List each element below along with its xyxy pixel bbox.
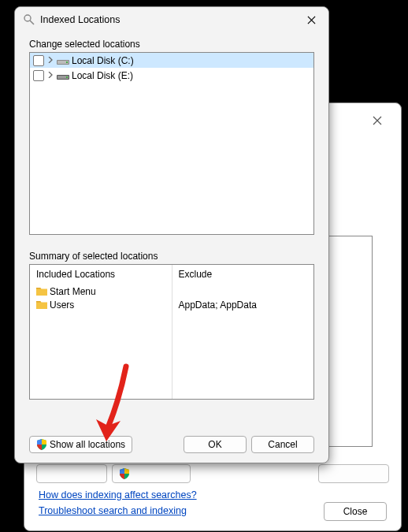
indexed-locations-dialog: Indexed Locations Change selected locati… [14, 6, 329, 463]
parent-advanced-button[interactable] [112, 464, 191, 483]
checkbox-e-drive[interactable] [33, 70, 44, 81]
parent-button-row [36, 464, 389, 484]
included-text: Start Menu [50, 286, 96, 297]
tree-row-e-drive[interactable]: Local Disk (E:) [30, 68, 313, 83]
change-locations-label: Change selected locations [29, 39, 314, 50]
exclude-text: AppData; AppData [179, 299, 257, 311]
included-column: Included Locations Start Menu Users [30, 265, 172, 399]
ok-button[interactable]: OK [184, 436, 247, 453]
tree-label: Local Disk (C:) [72, 55, 134, 66]
link-troubleshoot-search[interactable]: Troubleshoot search and indexing [39, 505, 187, 516]
parent-close-action-button[interactable]: Close [324, 502, 387, 521]
included-row[interactable]: Users [36, 298, 165, 311]
included-header: Included Locations [30, 265, 172, 283]
svg-point-0 [24, 15, 31, 21]
included-row[interactable]: Start Menu [36, 285, 165, 298]
link-how-indexing-affects-searches[interactable]: How does indexing affect searches? [39, 489, 197, 500]
locations-tree[interactable]: Local Disk (C:) Local Disk (E:) [29, 52, 314, 235]
svg-rect-6 [66, 76, 68, 78]
folder-icon [36, 287, 47, 296]
folder-icon [36, 300, 47, 309]
exclude-row[interactable] [179, 285, 308, 298]
drive-icon [57, 71, 69, 80]
dialog-close-button[interactable] [294, 8, 328, 32]
cancel-button[interactable]: Cancel [251, 436, 314, 453]
tree-row-c-drive[interactable]: Local Disk (C:) [30, 53, 313, 68]
close-icon [307, 16, 316, 24]
dialog-titlebar: Indexed Locations [15, 7, 328, 32]
chevron-right-icon [47, 72, 54, 78]
included-text: Users [50, 299, 74, 311]
parent-pause-button[interactable] [318, 464, 389, 483]
tree-label: Local Disk (E:) [72, 70, 133, 81]
drive-icon [57, 56, 69, 65]
expand-c-drive[interactable] [46, 56, 54, 65]
parent-modify-button[interactable] [36, 464, 107, 483]
exclude-row[interactable]: AppData; AppData [179, 298, 308, 311]
shield-icon [36, 439, 47, 450]
search-index-icon [23, 13, 35, 26]
show-all-label: Show all locations [50, 439, 125, 450]
dialog-content: Change selected locations Local Disk (C:… [15, 32, 328, 463]
svg-rect-3 [66, 61, 68, 63]
summary-label: Summary of selected locations [29, 251, 314, 262]
expand-e-drive[interactable] [46, 71, 54, 80]
close-icon [373, 116, 382, 125]
chevron-right-icon [47, 57, 54, 63]
dialog-button-row: Show all locations OK Cancel [29, 426, 314, 453]
dialog-title: Indexed Locations [40, 14, 120, 25]
summary-box: Included Locations Start Menu Users [29, 264, 314, 400]
checkbox-c-drive[interactable] [33, 55, 44, 66]
show-all-locations-button[interactable]: Show all locations [29, 436, 132, 453]
parent-close-button[interactable] [362, 110, 393, 132]
exclude-column: Exclude AppData; AppData [172, 265, 314, 399]
exclude-header: Exclude [172, 265, 314, 283]
shield-icon [119, 468, 130, 479]
